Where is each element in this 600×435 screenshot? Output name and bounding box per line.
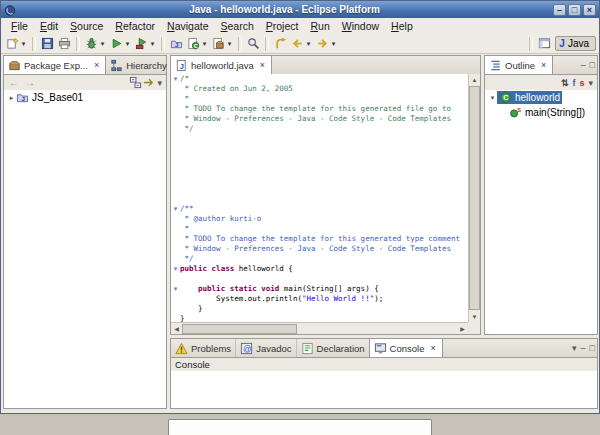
link-with-editor-icon[interactable] [142, 76, 155, 89]
outline-maximize-icon[interactable]: □ [588, 60, 597, 70]
menu-item-edit[interactable]: Edit [34, 19, 64, 33]
console-maximize-icon[interactable]: □ [588, 343, 597, 353]
last-edit-location-button[interactable] [272, 35, 289, 52]
external-tools-dropdown-arrow[interactable]: ▾ [149, 40, 156, 48]
outline-item-label: main(String[]) [525, 107, 585, 118]
console-view: Problems@JavadocDeclarationConsole× ▾ – … [170, 338, 598, 409]
code-line [171, 134, 468, 144]
minimize-button[interactable]: – [553, 4, 566, 16]
fold-marker-icon[interactable]: ▾ [171, 204, 180, 214]
menu-item-navigate[interactable]: Navigate [161, 19, 214, 33]
console-view-menu-icon[interactable]: ▾ [570, 343, 579, 353]
forward-button[interactable]: ▾ [314, 35, 339, 52]
console-content[interactable] [171, 371, 597, 408]
menu-item-window[interactable]: Window [336, 19, 385, 33]
close-view-icon[interactable]: × [92, 59, 101, 71]
open-perspective-icon [538, 37, 551, 50]
menu-item-search[interactable]: Search [214, 19, 259, 33]
hide-static-members-icon[interactable]: s [577, 78, 586, 88]
close-view-icon[interactable]: × [428, 342, 437, 354]
debug-dropdown-arrow[interactable]: ▾ [99, 40, 106, 48]
java-perspective-button[interactable]: J Java [555, 36, 596, 51]
expander-icon[interactable]: ▸ [7, 94, 16, 102]
maximize-button[interactable]: □ [568, 4, 581, 16]
tab-javadoc[interactable]: @Javadoc [236, 339, 296, 357]
print-button[interactable] [56, 35, 73, 52]
scroll-left-icon[interactable]: ◀ [171, 323, 182, 334]
tab-console[interactable]: Console× [369, 339, 443, 357]
hide-fields-icon[interactable]: f [570, 78, 577, 88]
tree-item-label: JS_Base01 [32, 92, 83, 103]
editor-tab-close-icon[interactable]: × [258, 59, 267, 71]
fold-marker-icon[interactable]: ▾ [171, 74, 180, 84]
console-minimize-icon[interactable]: – [579, 343, 588, 353]
fold-gutter [171, 214, 180, 224]
run-button[interactable]: ▾ [108, 35, 133, 52]
outline-tree[interactable]: ▾ChelloworldSmain(String[]) [485, 90, 597, 334]
code-line [171, 164, 468, 174]
tab-problems[interactable]: Problems [171, 339, 236, 357]
new-package-icon [212, 37, 225, 50]
back-dropdown-arrow[interactable]: ▾ [305, 40, 312, 48]
back-button[interactable]: ▾ [289, 35, 314, 52]
outline-item-helloworld[interactable]: ▾Chelloworld [485, 90, 597, 105]
new-java-project-button[interactable]: J [168, 35, 185, 52]
outline-view-menu-icon[interactable]: ▾ [586, 78, 595, 88]
fold-marker-icon[interactable]: ▾ [171, 264, 180, 274]
close-button[interactable]: × [583, 4, 596, 16]
back-history-icon[interactable]: ← [6, 77, 22, 88]
open-perspective-button[interactable] [536, 35, 553, 52]
new-class-dropdown-arrow[interactable]: ▾ [201, 40, 208, 48]
menu-item-project[interactable]: Project [260, 19, 305, 33]
tab-package-explorer[interactable]: Package Exp... × [3, 56, 106, 74]
outline-item-main[interactable]: Smain(String[]) [485, 105, 597, 120]
tab-hierarchy[interactable]: Hierarchy [106, 56, 172, 74]
close-view-icon[interactable]: × [539, 59, 548, 71]
new-wizard-dropdown-arrow[interactable]: ▾ [20, 40, 27, 48]
forward-history-icon[interactable]: → [22, 77, 38, 88]
package-explorer-view: Package Exp... × Hierarchy – □ ← → ▾ ▸J [3, 55, 167, 409]
fold-gutter [171, 84, 180, 94]
sort-icon[interactable]: ⇅ [559, 78, 571, 88]
outline-minimize-icon[interactable]: – [579, 60, 588, 70]
titlebar[interactable]: Java - helloworld.java - Eclipse Platfor… [1, 1, 599, 18]
run-dropdown-arrow[interactable]: ▾ [124, 40, 131, 48]
menu-item-source[interactable]: Source [64, 19, 109, 33]
tab-bar-filler [443, 339, 570, 357]
search-button[interactable] [245, 35, 262, 52]
save-button[interactable] [39, 35, 56, 52]
new-package-dropdown-arrow[interactable]: ▾ [226, 40, 233, 48]
method-static-icon: S [509, 106, 522, 119]
package-explorer-item[interactable]: ▸JJS_Base01 [4, 90, 166, 105]
package-explorer-view-menu-icon[interactable]: ▾ [155, 78, 164, 88]
external-tools-button[interactable]: ▾ [133, 35, 158, 52]
menu-item-file[interactable]: File [5, 19, 34, 33]
collapse-all-icon[interactable] [129, 76, 142, 89]
fold-marker-icon[interactable]: ▾ [171, 284, 180, 294]
menu-item-refactor[interactable]: Refactor [109, 19, 161, 33]
code-text [180, 144, 185, 154]
tab-declaration[interactable]: Declaration [297, 339, 370, 357]
package-explorer-tree[interactable]: ▸JJS_Base01 [4, 90, 166, 408]
scroll-up-icon[interactable]: ▲ [469, 74, 480, 85]
tab-outline[interactable]: Outline × [484, 56, 553, 74]
editor-tab-helloworld[interactable]: J helloworld.java × [170, 56, 272, 74]
new-class-button[interactable]: C▾ [185, 35, 210, 52]
expander-icon[interactable]: ▾ [488, 94, 497, 102]
editor-horizontal-scrollbar[interactable]: ◀ ▶ [171, 322, 468, 334]
scrollbar-thumb[interactable] [469, 86, 480, 310]
scrollbar-thumb[interactable] [182, 324, 297, 334]
new-package-button[interactable]: ▾ [210, 35, 235, 52]
debug-button[interactable]: ▾ [83, 35, 108, 52]
menu-item-run[interactable]: Run [304, 19, 335, 33]
scroll-right-icon[interactable]: ▶ [457, 323, 468, 334]
forward-dropdown-arrow[interactable]: ▾ [330, 40, 337, 48]
editor-code[interactable]: ▾/* * Created on Jun 2, 2005 * * TODO To… [171, 74, 468, 322]
scroll-down-icon[interactable]: ▼ [469, 311, 480, 322]
code-text [180, 164, 185, 174]
new-java-project-icon: J [170, 37, 183, 50]
editor-vertical-scrollbar[interactable]: ▲ ▼ [468, 74, 480, 322]
fold-gutter [171, 234, 180, 244]
new-wizard-button[interactable]: ▾ [4, 35, 29, 52]
menu-item-help[interactable]: Help [385, 19, 419, 33]
